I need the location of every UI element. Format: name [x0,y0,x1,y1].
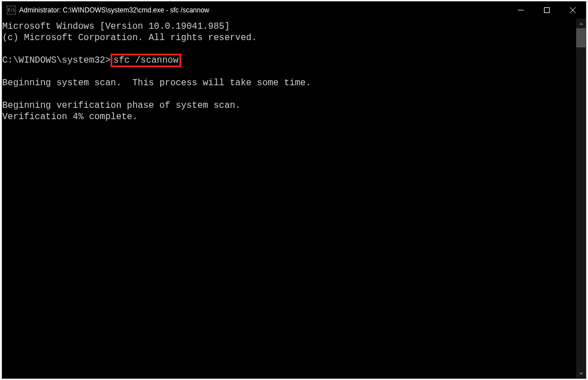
version-line: Microsoft Windows [Version 10.0.19041.98… [2,21,574,32]
highlighted-command: sfc /scannow [111,54,181,67]
window-title: Administrator: C:\WINDOWS\system32\cmd.e… [19,6,508,14]
scroll-thumb[interactable] [576,28,586,47]
terminal-output[interactable]: Microsoft Windows [Version 10.0.19041.98… [2,19,576,378]
blank-line [2,66,574,77]
progress-line: Verification 4% complete. [2,111,574,123]
cmd-icon: C:\ [7,6,16,15]
blank-line [2,43,574,55]
titlebar[interactable]: C:\ Administrator: C:\WINDOWS\system32\c… [2,2,586,19]
copyright-line: (c) Microsoft Corporation. All rights re… [2,32,574,43]
svg-marker-6 [579,23,583,25]
minimize-button[interactable] [508,2,534,19]
scroll-track[interactable] [576,28,586,369]
scroll-down-arrow-icon[interactable] [576,369,586,378]
vertical-scrollbar[interactable] [576,19,586,378]
blank-line [2,89,574,100]
svg-rect-3 [545,8,550,13]
scan-begin-line: Beginning system scan. This process will… [2,77,574,89]
prompt-text: C:\WINDOWS\system32> [2,55,111,65]
prompt-line: C:\WINDOWS\system32>sfc /scannow [2,55,574,66]
verify-begin-line: Beginning verification phase of system s… [2,100,574,111]
scroll-up-arrow-icon[interactable] [576,19,586,28]
window-controls [508,2,586,19]
close-button[interactable] [560,2,586,19]
svg-text:C:\: C:\ [8,8,15,12]
content-area: Microsoft Windows [Version 10.0.19041.98… [2,19,586,378]
maximize-button[interactable] [534,2,560,19]
cmd-window: C:\ Administrator: C:\WINDOWS\system32\c… [2,1,586,379]
svg-marker-7 [579,373,583,375]
